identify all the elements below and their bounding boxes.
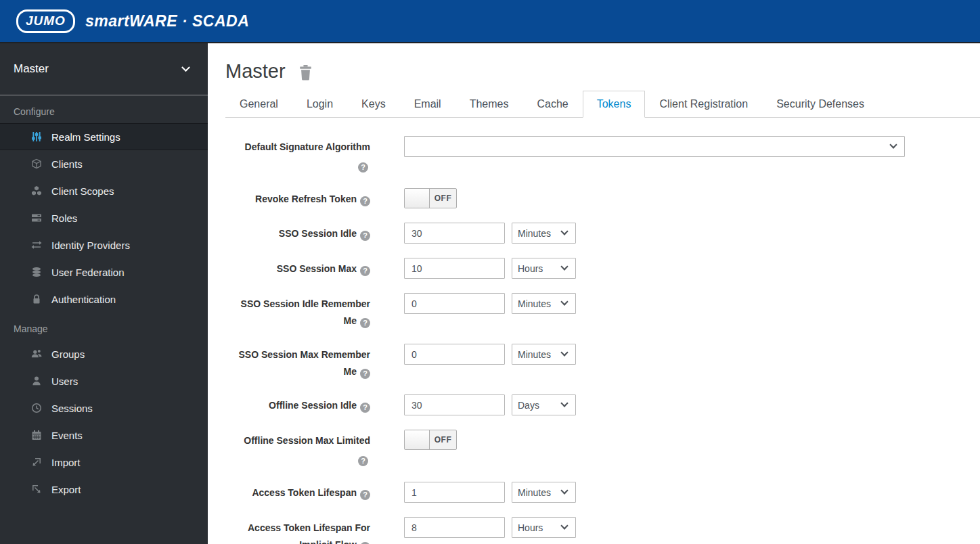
jumo-logo: JUMO <box>16 9 75 33</box>
exchange-arrows-icon <box>30 240 43 250</box>
help-icon[interactable]: ? <box>360 490 370 500</box>
sidebar-item-label: Events <box>51 430 83 441</box>
toggle-handle <box>405 189 430 208</box>
chevron-down-icon <box>181 63 190 72</box>
field-label-sso-session-idle-remember-me: SSO Session Idle Remember Me? <box>225 293 370 330</box>
access-token-lifespan-input[interactable] <box>404 482 505 503</box>
lock-icon <box>30 294 43 304</box>
field-label-access-token-lifespan-implicit-flow: Access Token Lifespan For Implicit Flow? <box>225 517 370 544</box>
help-icon[interactable]: ? <box>360 231 370 241</box>
sidebar-item-authentication[interactable]: Authentication <box>0 286 208 313</box>
sidebar-item-events[interactable]: Events <box>0 422 208 449</box>
access-token-lifespan-implicit-flow-input[interactable] <box>404 517 505 538</box>
field-label-sso-session-max: SSO Session Max? <box>225 258 370 279</box>
sidebar-item-label: Authentication <box>51 294 116 305</box>
sidebar-item-realm-settings[interactable]: Realm Settings <box>0 123 208 150</box>
form-row: Access Token Lifespan? Minutes <box>225 482 980 503</box>
sidebar-item-label: Clients <box>51 158 83 170</box>
tab-keys[interactable]: Keys <box>347 91 400 118</box>
sidebar-item-label: Realm Settings <box>51 131 120 143</box>
sidebar-item-label: Groups <box>51 348 85 360</box>
revoke-refresh-token-toggle[interactable]: OFF <box>404 188 457 208</box>
page-title: Master <box>225 60 286 83</box>
form-row: Access Token Lifespan For Implicit Flow?… <box>225 517 980 544</box>
sidebar-item-label: Client Scopes <box>51 185 114 197</box>
sidebar-item-label: Roles <box>51 212 77 224</box>
help-icon[interactable]: ? <box>360 196 370 206</box>
sidebar-section-configure: Configure <box>0 95 208 123</box>
sso-session-idle-input[interactable] <box>404 223 505 244</box>
tab-email[interactable]: Email <box>400 91 455 118</box>
sidebar-item-roles[interactable]: Roles <box>0 204 208 231</box>
export-icon <box>30 484 43 495</box>
sidebar-item-sessions[interactable]: Sessions <box>0 394 208 422</box>
default-signature-algorithm-select[interactable] <box>404 136 905 157</box>
field-label-sso-session-idle: SSO Session Idle? <box>225 223 370 244</box>
sidebar-item-export[interactable]: Export <box>0 476 208 503</box>
sidebar-item-label: User Federation <box>51 267 125 278</box>
field-label-offline-session-max-limited: Offline Session Max Limited ? <box>225 430 370 468</box>
help-icon[interactable]: ? <box>360 266 370 276</box>
field-label-default-signature-algorithm: Default Signature Algorithm ? <box>225 136 370 174</box>
realm-selector[interactable]: Master <box>0 43 208 95</box>
form-row: SSO Session Max Remember Me? Minutes <box>225 344 980 380</box>
sidebar-item-label: Sessions <box>51 403 93 414</box>
help-icon[interactable]: ? <box>360 318 370 328</box>
form-row: Offline Session Max Limited ? OFF <box>225 430 980 468</box>
form-row: Offline Session Idle? Days <box>225 394 980 415</box>
sso-session-max-input[interactable] <box>404 258 505 279</box>
offline-session-idle-unit-select[interactable]: Days <box>512 394 576 415</box>
access-token-lifespan-unit-select[interactable]: Minutes <box>512 482 576 503</box>
tab-themes[interactable]: Themes <box>455 91 523 118</box>
sso-session-max-unit-select[interactable]: Hours <box>512 258 576 279</box>
field-label-offline-session-idle: Offline Session Idle? <box>225 394 370 415</box>
form-row: SSO Session Max? Hours <box>225 258 980 279</box>
clock-icon <box>30 403 43 413</box>
list-bars-icon <box>30 212 43 223</box>
sidebar: Master Configure Realm Settings Clients <box>0 43 208 544</box>
trash-icon <box>299 65 312 81</box>
form-row: Revoke Refresh Token? OFF <box>225 188 980 208</box>
sidebar-item-user-federation[interactable]: User Federation <box>0 258 208 286</box>
help-icon[interactable]: ? <box>360 403 370 413</box>
tab-cache[interactable]: Cache <box>522 91 582 118</box>
sliders-icon <box>30 131 43 142</box>
help-icon[interactable]: ? <box>360 369 370 379</box>
toggle-handle <box>405 430 430 449</box>
sso-session-idle-remember-me-unit-select[interactable]: Minutes <box>512 293 576 314</box>
field-label-revoke-refresh-token: Revoke Refresh Token? <box>225 188 370 208</box>
users-icon <box>30 348 43 359</box>
help-icon[interactable]: ? <box>358 162 368 173</box>
sidebar-item-client-scopes[interactable]: Client Scopes <box>0 177 208 204</box>
sso-session-idle-unit-select[interactable]: Minutes <box>512 223 576 244</box>
sso-session-max-remember-me-input[interactable] <box>404 344 505 365</box>
field-label-sso-session-max-remember-me: SSO Session Max Remember Me? <box>225 344 370 380</box>
tab-client-registration[interactable]: Client Registration <box>645 91 762 118</box>
realm-settings-tabs: General Login Keys Email Themes Cache To… <box>225 91 980 118</box>
sso-session-max-remember-me-unit-select[interactable]: Minutes <box>512 344 576 365</box>
tokens-form: Default Signature Algorithm ? Revoke Ref… <box>225 118 980 544</box>
tab-tokens[interactable]: Tokens <box>583 91 646 118</box>
sidebar-item-identity-providers[interactable]: Identity Providers <box>0 231 208 258</box>
sidebar-item-groups[interactable]: Groups <box>0 340 208 367</box>
product-name: smartWARE · SCADA <box>85 12 249 30</box>
offline-session-max-limited-toggle[interactable]: OFF <box>404 430 457 450</box>
tab-general[interactable]: General <box>225 91 292 118</box>
sidebar-item-label: Import <box>51 457 81 468</box>
field-label-access-token-lifespan: Access Token Lifespan? <box>225 482 370 503</box>
offline-session-idle-input[interactable] <box>404 394 505 415</box>
sidebar-item-clients[interactable]: Clients <box>0 150 208 177</box>
app-header: JUMO smartWARE · SCADA <box>0 0 980 43</box>
delete-realm-button[interactable] <box>299 65 312 81</box>
sidebar-item-label: Export <box>51 484 81 495</box>
sso-session-idle-remember-me-input[interactable] <box>404 293 505 314</box>
realm-selector-label: Master <box>14 62 49 76</box>
sidebar-item-import[interactable]: Import <box>0 449 208 476</box>
toggle-state-label: OFF <box>430 189 456 208</box>
access-token-lifespan-implicit-flow-unit-select[interactable]: Hours <box>512 517 576 538</box>
tab-security-defenses[interactable]: Security Defenses <box>762 91 878 118</box>
sidebar-item-users[interactable]: Users <box>0 367 208 394</box>
database-icon <box>30 267 43 277</box>
help-icon[interactable]: ? <box>358 456 368 466</box>
tab-login[interactable]: Login <box>292 91 347 118</box>
